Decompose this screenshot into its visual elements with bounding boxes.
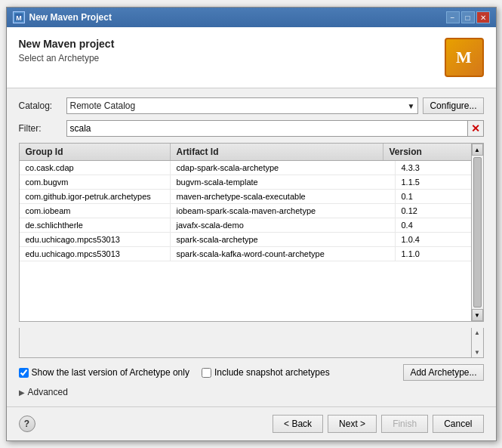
title-bar-left: M New Maven Project <box>13 11 112 23</box>
table-scrollbar[interactable]: ▲ ▼ <box>471 144 483 321</box>
table-main: Group Id Artifact Id Version co.cask.cda… <box>20 144 471 321</box>
help-button[interactable]: ? <box>19 416 35 432</box>
table-row[interactable]: edu.uchicago.mpcs53013 spark-scala-kafka… <box>20 247 471 261</box>
filter-clear-button[interactable]: ✕ <box>467 120 483 137</box>
title-bar: M New Maven Project − □ ✕ <box>7 8 496 27</box>
cell-group-id: com.github.igor-petruk.archetypes <box>20 190 171 203</box>
title-bar-controls: − □ ✕ <box>446 11 490 23</box>
cell-group-id: edu.uchicago.mpcs53013 <box>20 247 171 261</box>
cell-version: 1.0.4 <box>396 233 471 246</box>
cell-group-id: com.bugvm <box>20 175 171 189</box>
cell-group-id: com.iobeam <box>20 204 171 218</box>
scroll-thumb[interactable] <box>473 157 482 307</box>
table-row[interactable]: com.github.igor-petruk.archetypes maven-… <box>20 190 471 204</box>
cell-version: 1.1.0 <box>396 247 471 261</box>
table-row[interactable]: co.cask.cdap cdap-spark-scala-archetype … <box>20 161 471 175</box>
catalog-label: Catalog: <box>19 100 60 111</box>
filter-label: Filter: <box>19 123 60 134</box>
catalog-value: Remote Catalog <box>70 100 136 111</box>
show-last-version-checkbox[interactable] <box>19 368 29 378</box>
include-snapshot-checkbox[interactable] <box>202 368 211 378</box>
minimize-button[interactable]: − <box>446 11 460 23</box>
table-row[interactable]: de.schlichtherle javafx-scala-demo 0.4 <box>20 218 471 233</box>
col-artifact-id: Artifact Id <box>171 144 383 160</box>
advanced-row[interactable]: ▶ Advanced <box>19 387 484 397</box>
footer-left: ? <box>19 416 35 432</box>
window-icon: M <box>13 11 25 23</box>
footer: ? < Back Next > Finish Cancel <box>7 406 496 440</box>
extra-scroll-down[interactable]: ▼ <box>474 349 480 356</box>
archetype-table-wrapper: Group Id Artifact Id Version co.cask.cda… <box>19 143 484 322</box>
catalog-combobox[interactable]: Remote Catalog ▼ <box>66 97 419 114</box>
svg-text:M: M <box>16 14 22 22</box>
cancel-button[interactable]: Cancel <box>433 415 483 433</box>
cell-artifact-id: cdap-spark-scala-archetype <box>171 161 396 175</box>
table-row[interactable]: com.iobeam iobeam-spark-scala-maven-arch… <box>20 204 471 218</box>
extra-scroll-up[interactable]: ▲ <box>474 329 480 336</box>
footer-right: < Back Next > Finish Cancel <box>273 415 483 433</box>
cell-version: 4.3.3 <box>396 161 471 175</box>
extra-scroll-inner <box>20 328 471 357</box>
cell-version: 0.12 <box>396 204 471 218</box>
filter-input[interactable] <box>66 120 468 137</box>
next-button[interactable]: Next > <box>328 415 377 433</box>
advanced-arrow-icon: ▶ <box>19 388 25 397</box>
extra-scrollbar[interactable]: ▲ ▼ <box>471 328 483 357</box>
table-body: co.cask.cdap cdap-spark-scala-archetype … <box>20 161 471 321</box>
cell-artifact-id: spark-scala-archetype <box>171 233 396 246</box>
main-window: M New Maven Project − □ ✕ New Maven proj… <box>6 7 497 441</box>
col-version: Version <box>383 144 459 160</box>
filter-input-wrap: ✕ <box>66 120 484 137</box>
close-button[interactable]: ✕ <box>476 11 490 23</box>
header-text: New Maven project Select an Archetype <box>19 38 115 63</box>
content-area: Catalog: Remote Catalog ▼ Configure... F… <box>7 88 496 406</box>
finish-button[interactable]: Finish <box>381 415 428 433</box>
table-header: Group Id Artifact Id Version <box>20 144 471 161</box>
header-area: New Maven project Select an Archetype M <box>7 27 496 88</box>
configure-button[interactable]: Configure... <box>423 97 483 114</box>
page-subtitle: Select an Archetype <box>19 53 115 63</box>
col-group-id: Group Id <box>20 144 171 160</box>
page-title: New Maven project <box>19 38 115 50</box>
include-snapshot-label: Include snapshot archetypes <box>214 367 330 378</box>
scroll-up-button[interactable]: ▲ <box>472 144 483 156</box>
table-row[interactable]: edu.uchicago.mpcs53013 spark-scala-arche… <box>20 233 471 247</box>
maven-logo: M <box>445 38 484 77</box>
window-title: New Maven Project <box>29 12 112 23</box>
cell-artifact-id: maven-archetype-scala-executable <box>171 190 396 203</box>
table-row[interactable]: com.bugvm bugvm-scala-template 1.1.5 <box>20 175 471 190</box>
back-button[interactable]: < Back <box>273 415 323 433</box>
cell-group-id: de.schlichtherle <box>20 218 171 232</box>
maximize-button[interactable]: □ <box>461 11 475 23</box>
catalog-control-wrap: Remote Catalog ▼ Configure... <box>66 97 484 114</box>
cell-version: 1.1.5 <box>396 175 471 189</box>
show-last-version-checkbox-label[interactable]: Show the last version of Archetype only <box>19 367 189 378</box>
cell-artifact-id: bugvm-scala-template <box>171 175 396 189</box>
cell-artifact-id: iobeam-spark-scala-maven-archetype <box>171 204 396 218</box>
catalog-dropdown-arrow: ▼ <box>408 102 415 110</box>
extra-scroll-area: ▲ ▼ <box>19 328 484 358</box>
cell-group-id: edu.uchicago.mpcs53013 <box>20 233 171 246</box>
cell-artifact-id: spark-scala-kafka-word-count-archetype <box>171 247 396 261</box>
include-snapshot-checkbox-label[interactable]: Include snapshot archetypes <box>202 367 330 378</box>
catalog-row: Catalog: Remote Catalog ▼ Configure... <box>19 97 484 114</box>
cell-version: 0.1 <box>396 190 471 203</box>
scroll-down-button[interactable]: ▼ <box>472 309 483 321</box>
advanced-label: Advanced <box>28 387 68 397</box>
cell-version: 0.4 <box>396 218 471 232</box>
cell-group-id: co.cask.cdap <box>20 161 171 175</box>
show-last-version-label: Show the last version of Archetype only <box>32 367 189 378</box>
filter-row: Filter: ✕ <box>19 120 484 137</box>
options-row: Show the last version of Archetype only … <box>19 364 484 381</box>
cell-artifact-id: javafx-scala-demo <box>171 218 396 232</box>
add-archetype-button[interactable]: Add Archetype... <box>403 364 483 381</box>
